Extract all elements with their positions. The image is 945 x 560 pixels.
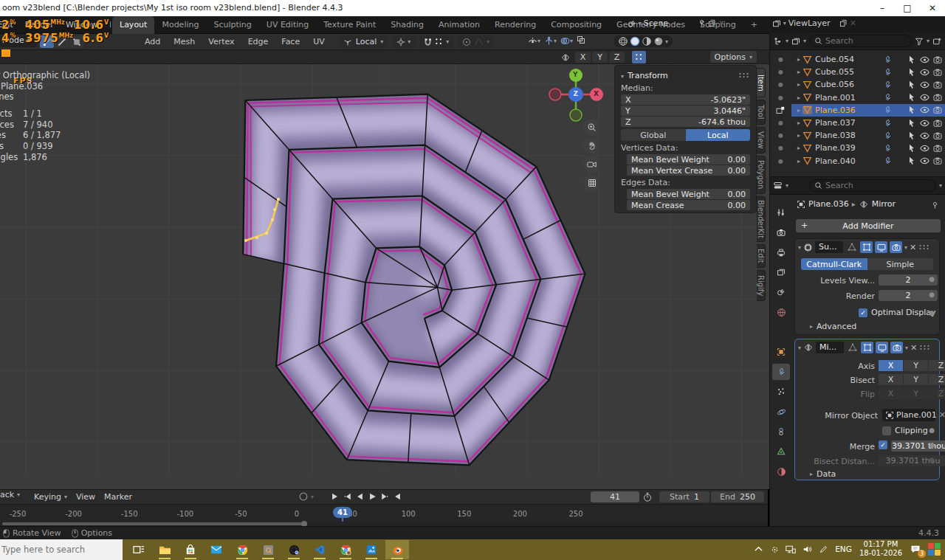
gizmo-y-axis[interactable]: Y [573, 71, 578, 78]
hide-viewport-icon[interactable] [920, 157, 929, 165]
camera-view-button[interactable] [583, 156, 600, 173]
new-collection-icon[interactable] [932, 37, 941, 46]
end-frame-field[interactable]: End250 [711, 491, 764, 502]
add-modifier-button[interactable]: + Add Modifier [796, 219, 941, 232]
selectable-icon[interactable] [908, 68, 915, 77]
outliner-display-mode-icon[interactable] [774, 37, 783, 46]
edit-mode-toggle[interactable] [861, 342, 873, 353]
workspace-tab-modeling[interactable]: Modeling [154, 16, 206, 34]
object-name[interactable]: Cube.054 [815, 55, 883, 64]
taskbar-app-blender[interactable] [385, 540, 409, 559]
taskbar-app-vscode[interactable] [308, 540, 331, 559]
menu-edge[interactable]: Edge [241, 33, 275, 51]
selectable-icon[interactable] [908, 144, 915, 153]
menu-uv[interactable]: UV [306, 33, 331, 51]
taskbar-app-snip[interactable] [256, 540, 280, 559]
mirror-bisect-x-button[interactable]: X [879, 374, 903, 385]
modifier-wrench-icon[interactable] [883, 119, 892, 128]
pan-tool-button[interactable] [583, 137, 600, 154]
tray-expand-icon[interactable] [751, 540, 766, 558]
playback-menu[interactable]: Playback▾ [0, 490, 30, 499]
zoom-tool-button[interactable] [583, 119, 600, 136]
modifier-wrench-icon[interactable] [883, 93, 892, 102]
npanel-tab-polygon[interactable]: Polygon [757, 156, 766, 194]
mirror-axis-y-button[interactable]: Y [592, 52, 608, 63]
snap-target-icon[interactable] [435, 38, 443, 46]
expand-icon[interactable]: ▸ [797, 107, 800, 114]
taskbar-app-file-explorer[interactable] [153, 540, 176, 559]
on-cage-toggle[interactable] [845, 241, 858, 253]
skip-start-button[interactable] [329, 491, 340, 502]
workspace-tab-uv-editing[interactable]: UV Editing [259, 16, 316, 34]
mirror-bisect-y-button[interactable]: Y [904, 374, 928, 385]
properties-tab-modifiers[interactable] [772, 364, 790, 380]
play-button[interactable] [367, 491, 378, 502]
options-dropdown[interactable]: Options▾ [710, 51, 757, 63]
hide-viewport-icon[interactable] [920, 56, 929, 63]
modifier-wrench-icon[interactable] [883, 55, 892, 64]
render-toggle[interactable] [890, 342, 903, 353]
taskbar-search[interactable] [0, 539, 123, 560]
viewlayer-selector[interactable]: ▾ ViewLayer ✕ [772, 18, 856, 28]
properties-tab-scene[interactable] [772, 284, 790, 300]
modifier-wrench-icon[interactable] [883, 144, 892, 153]
workspace-tab-shading[interactable]: Shading [383, 16, 431, 34]
outliner-row[interactable]: ▸Cube.054 [791, 53, 945, 66]
object-name[interactable]: Plane.039 [815, 143, 883, 153]
transform-orientation-dropdown[interactable]: Local▾ [339, 35, 388, 49]
taskbar-search-input[interactable] [0, 539, 123, 560]
taskbar-app-photos[interactable] [360, 540, 383, 559]
expand-icon[interactable]: ▸ [797, 145, 800, 151]
algo-catmull-clark-button[interactable]: Catmull-Clark [801, 258, 867, 270]
transform-panel-header[interactable]: ▾Transform [621, 71, 668, 80]
tray-widgets-icon[interactable] [926, 541, 942, 557]
expand-icon[interactable]: ▸ [797, 132, 800, 139]
minimize-button[interactable]: – [870, 0, 895, 16]
modifier-wrench-icon[interactable] [883, 156, 892, 165]
data-section[interactable]: ▸Data [810, 469, 836, 479]
breadcrumb-object[interactable]: Plane.036 [808, 199, 849, 209]
hide-viewport-icon[interactable] [920, 120, 929, 127]
mirror-name-field[interactable]: Mi... [816, 342, 844, 353]
mirror-axis-x-button[interactable]: X [879, 360, 903, 371]
snap-toggle-button[interactable] [632, 51, 646, 63]
modifier-extras-icon[interactable]: ▾ [904, 244, 907, 251]
expand-icon[interactable]: ▸ [797, 69, 800, 75]
play-reverse-button[interactable] [354, 491, 365, 502]
outliner-row[interactable]: ▸Plane.038 [791, 129, 945, 142]
disable-render-icon[interactable] [933, 69, 942, 76]
mean-data-field[interactable]: Mean Bevel Weight0.00 [627, 154, 750, 165]
pivot-point-dropdown[interactable]: ▾ [392, 35, 415, 49]
properties-tab-material[interactable] [772, 463, 790, 480]
properties-tab-tool[interactable] [772, 204, 790, 221]
taskbar-app-chrome[interactable] [230, 540, 254, 559]
mirror-object-field[interactable]: Plane.001 ✕ [882, 409, 935, 421]
selectable-icon[interactable] [908, 93, 915, 102]
modifier-drag-handle[interactable] [918, 244, 930, 250]
menu-add[interactable]: Add [138, 33, 167, 51]
playhead[interactable]: 41 [333, 507, 352, 518]
panel-drag-handle[interactable] [738, 72, 750, 78]
hide-viewport-icon[interactable] [920, 106, 929, 114]
outliner-row-selected[interactable]: ▸Plane.036 [791, 104, 945, 117]
advanced-section[interactable]: ▸Advanced [810, 322, 856, 331]
mirror-axis-y-button[interactable]: Y [904, 360, 928, 371]
timeline-ruler[interactable]: -250-200-150-100-5005010015020025041 [0, 504, 768, 522]
mirror-axis-z-button[interactable]: Z [929, 360, 945, 371]
menu-face[interactable]: Face [275, 33, 306, 51]
pin-id-icon[interactable] [931, 201, 939, 210]
npanel-tab-blenderkit[interactable]: BlenderKit [757, 196, 766, 242]
workspace-tab-sculpting[interactable]: Sculpting [206, 16, 258, 34]
properties-tab-viewlayer[interactable] [772, 264, 790, 280]
properties-tab-output[interactable] [772, 244, 790, 260]
hide-viewport-icon[interactable] [920, 132, 929, 139]
stopwatch-icon[interactable] [643, 492, 652, 502]
space-global-button[interactable]: Global [621, 129, 686, 141]
outliner-filter-type-icon[interactable] [791, 37, 800, 46]
subsurf-name-field[interactable]: Su... [815, 241, 843, 253]
workspace-tab-rendering[interactable]: Rendering [487, 16, 543, 34]
median-y-field[interactable]: Y3.0446" [621, 106, 750, 116]
auto-key-button[interactable] [298, 491, 309, 502]
npanel-tab-item[interactable]: Item [757, 68, 766, 97]
shading-wireframe-button[interactable] [618, 36, 628, 46]
